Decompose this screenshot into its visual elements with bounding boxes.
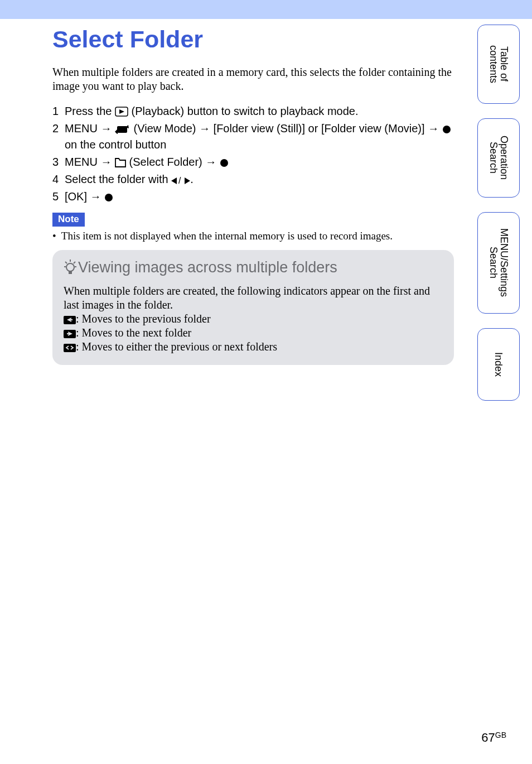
- svg-rect-20: [64, 344, 76, 352]
- step-text: Select the folder with: [65, 173, 171, 185]
- page-title: Select Folder: [52, 26, 457, 53]
- tab-menu-settings-search[interactable]: MENU/Settings Search: [477, 212, 520, 314]
- tab-table-of-contents[interactable]: Table of contents: [477, 25, 520, 104]
- view-mode-icon: [115, 124, 130, 134]
- step-body: MENU → (View Mode) → [Folder view (Still…: [65, 121, 454, 153]
- note-text: • This item is not displayed when the in…: [52, 230, 454, 242]
- center-button-icon: [104, 193, 113, 202]
- step-text: MENU: [65, 156, 100, 168]
- tip-title: Viewing images across multiple folders: [78, 259, 337, 276]
- step-body: [OK] →: [65, 189, 454, 205]
- tab-operation-search[interactable]: Operation Search: [477, 118, 520, 198]
- svg-point-5: [443, 126, 451, 133]
- tab-index[interactable]: Index: [477, 328, 520, 401]
- next-folder-icon: [64, 330, 76, 338]
- side-nav-tabs: Table of contents Operation Search MENU/…: [477, 25, 522, 415]
- step-number: 1: [52, 103, 65, 119]
- arrow-icon: →: [199, 122, 210, 134]
- page-content: Select Folder When multiple folders are …: [0, 19, 457, 365]
- step-row: 2 MENU → (View Mode) → [Folder view (Sti…: [52, 121, 454, 153]
- svg-point-6: [220, 159, 228, 167]
- step-number: 3: [52, 154, 65, 170]
- step-row: 1 Press the (Playback) button to switch …: [52, 103, 454, 119]
- playback-icon: [115, 107, 128, 117]
- svg-rect-12: [69, 271, 72, 274]
- tab-label: Operation Search: [486, 119, 511, 197]
- header-bar: [0, 0, 532, 19]
- step-body: Press the (Playback) button to switch to…: [65, 103, 454, 119]
- tip-intro: When multiple folders are created, the f…: [64, 284, 443, 312]
- svg-marker-1: [119, 109, 124, 114]
- step-text: [OK]: [65, 190, 90, 203]
- step-text: (Playback) button to switch to playback …: [132, 105, 359, 117]
- center-button-icon: [442, 125, 451, 134]
- intro-text: When multiple folders are created in a m…: [52, 65, 468, 93]
- svg-marker-7: [171, 177, 177, 184]
- hint-icon: [64, 260, 77, 276]
- svg-line-14: [65, 262, 67, 263]
- svg-text:/: /: [178, 177, 181, 185]
- tip-both: : Moves to either the previous or next f…: [76, 340, 277, 353]
- tip-title-row: Viewing images across multiple folders: [64, 259, 443, 276]
- tab-label: MENU/Settings Search: [486, 213, 511, 313]
- page-num-value: 67: [481, 731, 495, 744]
- tab-label: Table of contents: [486, 25, 511, 103]
- step-body: MENU → (Select Folder) →: [65, 154, 454, 170]
- tip-next: : Moves to the next folder: [76, 326, 191, 339]
- svg-line-15: [74, 262, 75, 263]
- step-number: 2: [52, 121, 65, 153]
- step-row: 3 MENU → (Select Folder) →: [52, 154, 454, 170]
- step-text: (Select Folder): [129, 156, 206, 168]
- step-row: 5 [OK] →: [52, 189, 454, 205]
- arrow-icon: →: [428, 122, 439, 134]
- page-number: 67GB: [481, 731, 506, 745]
- step-number: 5: [52, 189, 65, 205]
- page-region: GB: [495, 731, 506, 739]
- left-right-icon: /: [171, 177, 190, 185]
- note-label: Note: [52, 213, 85, 227]
- step-text: on the control button: [65, 138, 166, 151]
- prev-folder-icon: [64, 316, 76, 324]
- step-text: MENU: [65, 122, 100, 134]
- svg-marker-3: [115, 129, 118, 134]
- folder-icon: [115, 158, 126, 167]
- arrow-icon: →: [90, 190, 101, 203]
- step-text: (View Mode): [134, 122, 199, 134]
- arrow-icon: →: [100, 156, 112, 168]
- svg-point-11: [66, 263, 74, 271]
- tip-body: When multiple folders are created, the f…: [64, 284, 443, 354]
- step-number: 4: [52, 171, 65, 188]
- svg-marker-9: [185, 177, 190, 184]
- note-section: Note • This item is not displayed when t…: [52, 213, 457, 242]
- tip-item: : Moves to the next folder: [64, 326, 443, 340]
- step-text: [Folder view (Still)] or [Folder view (M…: [214, 122, 428, 134]
- step-body: Select the folder with / .: [65, 171, 454, 188]
- arrow-icon: →: [205, 156, 216, 168]
- tip-item: : Moves to the previous folder: [64, 312, 443, 326]
- tip-prev: : Moves to the previous folder: [76, 313, 211, 325]
- center-button-icon: [220, 158, 229, 167]
- both-folder-icon: [64, 344, 76, 352]
- tip-item: : Moves to either the previous or next f…: [64, 340, 443, 354]
- note-body: This item is not displayed when the inte…: [61, 230, 393, 242]
- tab-label: Index: [491, 342, 506, 387]
- step-row: 4 Select the folder with / .: [52, 171, 454, 188]
- arrow-icon: →: [100, 122, 112, 134]
- step-text: Press the: [65, 105, 115, 117]
- svg-point-10: [105, 194, 113, 201]
- tip-callout: Viewing images across multiple folders W…: [52, 250, 454, 365]
- procedure-steps: 1 Press the (Playback) button to switch …: [52, 103, 454, 205]
